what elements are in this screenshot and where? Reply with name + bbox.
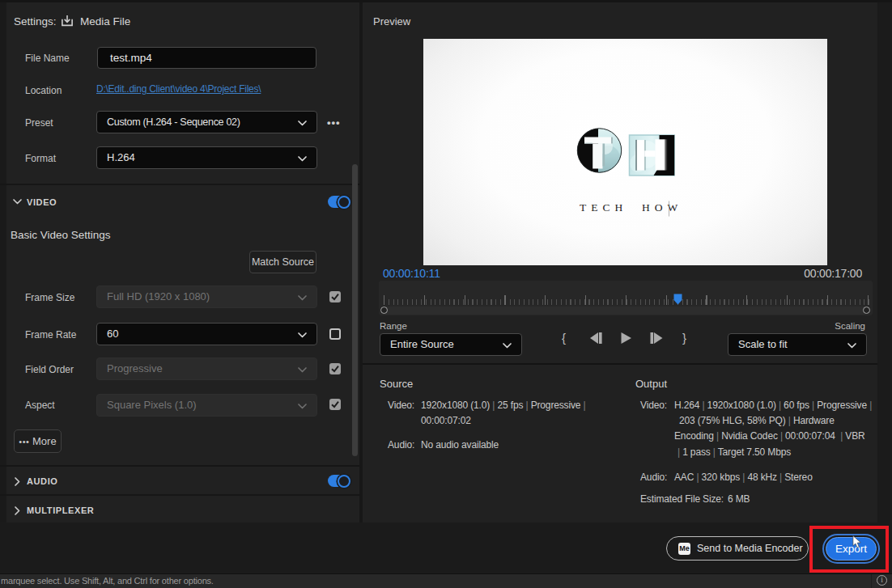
svg-text:TECH HOW: TECH HOW (580, 201, 682, 214)
